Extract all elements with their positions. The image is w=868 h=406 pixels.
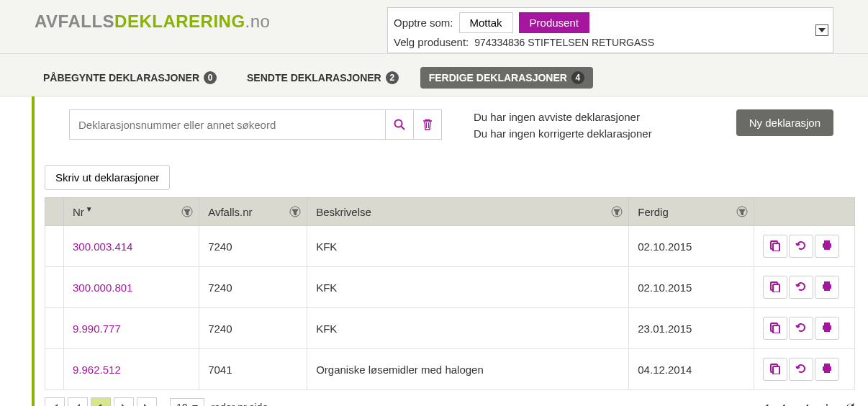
col-expand: [45, 198, 64, 226]
filter-icon[interactable]: [611, 206, 623, 217]
declaration-link[interactable]: 300.003.414: [73, 240, 132, 253]
search-icon: [394, 119, 405, 130]
filter-icon[interactable]: [289, 206, 301, 217]
cell-beskrivelse: Organiske løsemidler med halogen: [307, 349, 629, 390]
table-row: 300.003.4147240KFK02.10.2015: [45, 226, 855, 267]
status-rejected: Du har ingen avviste deklarasjoner: [474, 109, 719, 126]
print-declarations-button[interactable]: Skriv ut deklarasjoner: [45, 165, 170, 190]
svg-rect-13: [773, 325, 779, 333]
tab-pabegynte[interactable]: PÅBEGYNTE DEKLARASJONER0: [35, 67, 225, 89]
pager-info: 1 - 4 av 4 rader: [764, 402, 838, 407]
copy-icon: [769, 281, 781, 294]
filter-icon[interactable]: [736, 206, 748, 217]
pager-prev[interactable]: [68, 397, 88, 406]
row-expand[interactable]: [45, 349, 64, 390]
role-mottak-button[interactable]: Mottak: [459, 12, 513, 33]
declaration-link[interactable]: 9.962.512: [73, 364, 121, 376]
cell-avfallsnr: 7240: [199, 267, 307, 308]
copy-button[interactable]: [763, 317, 787, 340]
svg-rect-11: [773, 284, 779, 292]
copy-icon: [769, 363, 781, 376]
site-logo: AVFALLSDEKLARERING.no: [35, 7, 270, 32]
print-button[interactable]: [815, 358, 839, 381]
role-label: Opptre som:: [394, 17, 453, 29]
undo-button[interactable]: [789, 235, 813, 258]
table-row: 300.000.8017240KFK02.10.2015: [45, 267, 855, 308]
copy-icon: [769, 322, 781, 335]
pager-first[interactable]: [45, 397, 65, 406]
cell-ferdig: 02.10.2015: [629, 226, 754, 267]
print-icon: [821, 281, 833, 294]
search-button[interactable]: [385, 109, 414, 140]
col-avfallsnr[interactable]: Avfalls.nr: [199, 198, 307, 226]
cell-beskrivelse: KFK: [307, 226, 629, 267]
producer-value: 974334836 STIFTELSEN RETURGASS: [474, 37, 654, 48]
refresh-button[interactable]: [845, 402, 855, 407]
filter-icon[interactable]: [181, 206, 193, 217]
per-page-label: rader pr side: [212, 402, 268, 406]
pager-last[interactable]: [137, 397, 157, 406]
status-corrected: Du har ingen korrigerte deklarasjoner: [474, 126, 719, 143]
role-produsent-button[interactable]: Produsent: [519, 12, 589, 33]
copy-button[interactable]: [763, 235, 787, 258]
trash-icon: [422, 119, 433, 130]
print-button[interactable]: [815, 276, 839, 299]
cell-ferdig: 23.01.2015: [629, 308, 754, 349]
undo-icon: [795, 281, 807, 294]
declaration-link[interactable]: 300.000.801: [73, 281, 132, 294]
declaration-link[interactable]: 9.990.777: [73, 322, 121, 335]
cell-ferdig: 02.10.2015: [629, 267, 754, 308]
role-selector-box: Opptre som: Mottak Produsent Velg produs…: [387, 7, 833, 53]
cell-avfallsnr: 7041: [199, 349, 307, 390]
undo-button[interactable]: [789, 358, 813, 381]
copy-icon: [769, 240, 781, 253]
new-declaration-button[interactable]: Ny deklarasjon: [736, 109, 833, 136]
undo-button[interactable]: [789, 276, 813, 299]
col-ferdig[interactable]: Ferdig: [629, 198, 754, 226]
tab-ferdige[interactable]: FERDIGE DEKLARASJONER4: [420, 67, 593, 89]
undo-button[interactable]: [789, 317, 813, 340]
producer-dropdown-toggle[interactable]: [815, 24, 828, 36]
cell-avfallsnr: 7240: [199, 226, 307, 267]
print-icon: [821, 363, 833, 376]
delete-button[interactable]: [413, 109, 442, 140]
svg-line-1: [402, 127, 405, 130]
copy-button[interactable]: [763, 358, 787, 381]
tab-sendte[interactable]: SENDTE DEKLARASJONER2: [238, 67, 407, 89]
print-button[interactable]: [815, 317, 839, 340]
pager-next[interactable]: [114, 397, 134, 406]
svg-rect-15: [773, 366, 779, 374]
producer-label: Velg produsent:: [394, 36, 469, 48]
print-button[interactable]: [815, 235, 839, 258]
svg-rect-9: [773, 243, 779, 251]
cell-ferdig: 04.12.2014: [629, 349, 754, 390]
cell-beskrivelse: KFK: [307, 308, 629, 349]
search-input[interactable]: [69, 109, 386, 140]
row-expand[interactable]: [45, 226, 64, 267]
row-expand[interactable]: [45, 308, 64, 349]
print-icon: [821, 322, 833, 335]
undo-icon: [795, 240, 807, 253]
table-row: 9.962.5127041Organiske løsemidler med ha…: [45, 349, 855, 390]
undo-icon: [795, 322, 807, 335]
print-icon: [821, 240, 833, 253]
undo-icon: [795, 363, 807, 376]
table-row: 9.990.7777240KFK23.01.2015: [45, 308, 855, 349]
svg-point-0: [395, 120, 402, 127]
col-beskrivelse[interactable]: Beskrivelse: [307, 198, 629, 226]
col-actions: [754, 198, 855, 226]
pager-page-current[interactable]: 1: [91, 397, 111, 406]
row-expand[interactable]: [45, 267, 64, 308]
cell-beskrivelse: KFK: [307, 267, 629, 308]
copy-button[interactable]: [763, 276, 787, 299]
page-size-select[interactable]: 10: [170, 398, 204, 406]
declarations-table: Nr▼ Avfalls.nr Beskrivelse Ferdig 300.: [45, 197, 855, 390]
cell-avfallsnr: 7240: [199, 308, 307, 349]
col-nr[interactable]: Nr▼: [64, 198, 199, 226]
